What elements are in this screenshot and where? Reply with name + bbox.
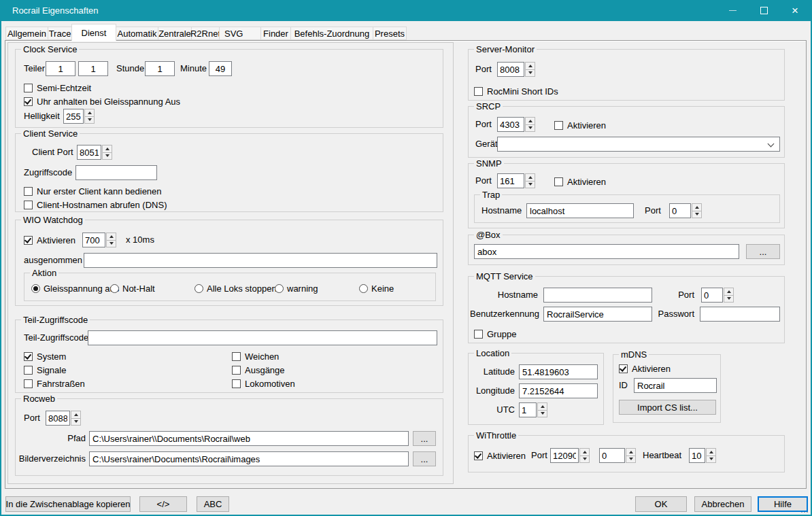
help-button[interactable]: Hilfe [758,496,808,512]
checkbox-box[interactable] [474,87,483,96]
code-view-button[interactable]: </> [139,496,187,512]
checkbox-box[interactable] [24,379,33,388]
utc-spinner[interactable] [519,402,547,417]
spin-down-button[interactable] [525,124,535,133]
trap-port-input[interactable] [669,203,691,218]
client-hostnamen-checkbox[interactable]: Client-Hostnamen abrufen (DNS) [24,199,167,210]
radio-dot[interactable] [359,284,368,293]
checkbox-box[interactable] [24,236,33,245]
tab-r2rnet[interactable]: R2Rnet [191,27,220,40]
checkbox-box[interactable] [554,177,563,186]
spin-down-button[interactable] [724,295,734,303]
wio-interval-input[interactable] [82,233,105,247]
checkbox-box[interactable] [24,84,33,92]
checkbox-box[interactable] [24,187,33,196]
spin-down-button[interactable] [537,410,547,418]
tab-finder[interactable]: Finder [260,27,291,40]
checkbox-box[interactable] [24,201,33,209]
tab-trace[interactable]: Trace [48,27,72,40]
copy-to-clipboard-button[interactable]: In die Zwischenablage kopieren [5,496,131,512]
mdns-id-input[interactable] [634,378,717,393]
signale-checkbox[interactable]: Signale [24,364,66,375]
teil-zugriffscode-input[interactable] [88,330,437,345]
spin-down-button[interactable] [579,455,590,464]
ausgaenge-checkbox[interactable]: Ausgänge [232,364,285,375]
teiler-input-1[interactable] [46,61,75,76]
tab-allgemein[interactable]: Allgemein [5,27,48,40]
checkbox-box[interactable] [474,451,483,460]
stunde-input[interactable] [145,61,175,76]
radio-dot[interactable] [31,284,40,293]
ok-button[interactable]: OK [635,496,687,512]
checkbox-box[interactable] [24,352,33,361]
fahrstrassen-checkbox[interactable]: Fahrstraßen [24,378,85,389]
abc-button[interactable]: ABC [197,496,229,512]
srcp-aktivieren-checkbox[interactable]: Aktivieren [554,120,606,131]
geraet-combobox[interactable] [497,137,780,152]
tab-zentrale[interactable]: Zentrale [158,27,192,40]
spin-down-button[interactable] [102,152,112,160]
server-monitor-port-input[interactable] [497,62,524,77]
zugriffscode-input[interactable] [75,165,157,180]
helligkeit-spinner[interactable] [63,109,95,124]
heartbeat-spinner[interactable] [689,448,716,463]
snmp-aktivieren-checkbox[interactable]: Aktivieren [554,176,606,187]
longitude-input[interactable] [519,383,598,398]
cancel-button[interactable]: Abbrechen [694,496,751,512]
snmp-port-spinner[interactable] [497,173,535,188]
checkbox-box[interactable] [474,330,483,339]
mqtt-hostname-input[interactable] [543,288,652,303]
client-port-input[interactable] [77,145,101,160]
radio-gleisspannung-aus[interactable]: Gleisspannung aus [31,283,119,294]
abox-input[interactable] [474,244,739,259]
checkbox-box[interactable] [232,352,241,361]
tab-automatik[interactable]: Automatik [116,27,158,40]
tab-presets[interactable]: Presets [373,27,407,40]
tab-befehls-zuordnung[interactable]: Befehls-Zuordnung [290,27,373,40]
rocweb-port-spinner[interactable] [46,411,81,426]
spin-down-button[interactable] [525,69,535,78]
withrottle-port-input[interactable] [550,448,579,463]
spin-down-button[interactable] [525,181,535,189]
benutzerkennung-input[interactable] [543,307,652,322]
wio-interval-spinner[interactable] [82,233,116,247]
snmp-port-input[interactable] [497,173,524,188]
trap-port-spinner[interactable] [669,203,702,218]
abox-browse-button[interactable]: ... [746,244,780,259]
trap-hostname-input[interactable] [526,203,634,218]
semi-echtzeit-checkbox[interactable]: Semi-Echtzeit [24,82,91,93]
srcp-port-input[interactable] [497,117,524,132]
lokomotiven-checkbox[interactable]: Lokomotiven [232,378,295,389]
radio-dot[interactable] [275,284,284,293]
spin-down-button[interactable] [626,455,636,464]
bilderverzeichnis-input[interactable] [89,451,409,466]
utc-input[interactable] [519,402,537,417]
heartbeat-input[interactable] [689,448,705,463]
bilderverzeichnis-browse-button[interactable]: ... [413,451,436,466]
weichen-checkbox[interactable]: Weichen [232,351,279,362]
radio-warning[interactable]: warning [275,283,318,294]
mdns-aktivieren-checkbox[interactable]: Aktivieren [619,363,671,374]
withrottle-aktivieren-checkbox[interactable]: Aktivieren [474,450,526,461]
gruppe-checkbox[interactable]: Gruppe [474,328,516,339]
client-port-spinner[interactable] [77,145,112,160]
withrottle-port2-spinner[interactable] [599,448,636,463]
pfad-input[interactable] [89,431,409,446]
mqtt-port-input[interactable] [701,288,723,303]
tab-svg[interactable]: SVG [219,27,261,40]
checkbox-box[interactable] [619,364,628,373]
spin-down-button[interactable] [706,455,716,464]
latitude-input[interactable] [519,364,598,379]
pfad-browse-button[interactable]: ... [413,431,436,446]
teiler-input-2[interactable] [78,61,108,76]
radio-dot[interactable] [194,284,203,293]
system-checkbox[interactable]: System [24,351,66,362]
passwort-input[interactable] [700,307,780,322]
withrottle-port-spinner[interactable] [550,448,590,463]
spin-down-button[interactable] [692,211,702,219]
minute-input[interactable] [209,61,232,76]
checkbox-box[interactable] [24,366,33,375]
checkbox-box[interactable] [554,121,563,130]
rocweb-port-input[interactable] [46,411,70,426]
srcp-port-spinner[interactable] [497,117,535,132]
